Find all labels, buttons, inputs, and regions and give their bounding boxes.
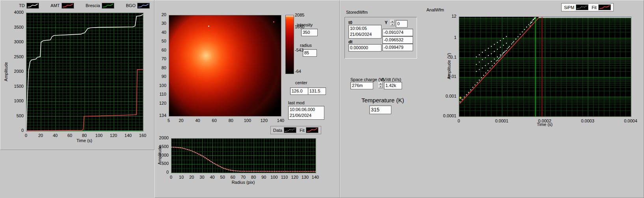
intensity-value[interactable]: 350: [301, 29, 318, 36]
analwfm-y-axis-label: Amplitude (V): [447, 53, 451, 80]
radial-chart-x-axis-label: Radius (pix): [232, 180, 255, 185]
dvdt-value[interactable]: 1.42k: [384, 82, 402, 89]
hot-pixel: [273, 21, 274, 22]
space-charge-label: Space charge (V): [350, 77, 384, 82]
t0-label: t0: [348, 20, 352, 25]
center-y-value[interactable]: 131.5: [308, 87, 326, 95]
legend-label: Data: [273, 128, 282, 133]
dvdt-label: dV/dt (V/s): [381, 77, 401, 82]
radius-label: radius: [300, 43, 312, 48]
y-array-value-1[interactable]: -0.096532: [382, 36, 413, 44]
td-chart-legend: TDAMTBresciaBGO: [19, 2, 150, 9]
lastmod-label: last mod: [288, 100, 305, 105]
legend-item-fit[interactable]: Fit: [592, 4, 610, 10]
legend-label: Brescia: [86, 3, 100, 8]
storedwfm-label: StoredWfm: [346, 10, 368, 15]
spin-up-icon[interactable]: ▲: [390, 20, 395, 23]
dt-value[interactable]: 0.000000: [348, 44, 382, 52]
radius-value[interactable]: 85: [303, 49, 317, 57]
analwfm-legend: SiPMFit: [561, 3, 614, 11]
legend-item-data[interactable]: Data: [273, 127, 296, 133]
t0-value[interactable]: 10:06:05 21/06/2024: [348, 25, 382, 39]
y-index-value[interactable]: 0: [396, 20, 408, 28]
color-ramp[interactable]: [285, 15, 294, 74]
legend-label: AMT: [50, 3, 60, 8]
radial-chart-legend: DataFit: [270, 126, 321, 134]
y-array-value-2[interactable]: -0.099479: [382, 44, 413, 51]
intensity-graph[interactable]: [169, 15, 281, 117]
legend-item-brescia[interactable]: Brescia: [86, 3, 114, 9]
legend-line-sample-icon: [598, 4, 611, 10]
legend-line-sample-icon: [26, 3, 39, 9]
legend-label: Fit: [300, 128, 304, 133]
radial-chart-y-axis-label: Amplitude: [157, 146, 162, 165]
legend-label: Fit: [592, 5, 596, 10]
y-array-label: Y: [385, 20, 387, 25]
center-label: center: [295, 80, 307, 85]
temperature-value[interactable]: 315: [369, 105, 391, 114]
td-chart-x-axis-label: Time (s): [76, 138, 92, 143]
td-chart-y-axis-label: Amplitude: [4, 62, 8, 81]
legend-line-sample-icon: [306, 127, 318, 133]
legend-item-sipm[interactable]: SiPM: [564, 4, 588, 10]
spin-up-icon[interactable]: ▲: [378, 82, 383, 85]
dvdt-spinner[interactable]: ▲ ▼: [378, 82, 383, 88]
legend-item-td[interactable]: TD: [19, 3, 39, 9]
dt-label: dt: [348, 39, 352, 44]
y-array-value-0[interactable]: -0.091074: [382, 29, 413, 36]
analwfm-x-axis-label: Time (s): [537, 122, 553, 127]
legend-line-sample-icon: [137, 3, 150, 9]
legend-line-sample-icon: [102, 3, 114, 9]
legend-label: BGO: [126, 3, 136, 8]
legend-item-bgo[interactable]: BGO: [126, 3, 150, 9]
legend-label: SiPM: [564, 5, 574, 10]
legend-line-sample-icon: [284, 127, 296, 133]
td-waveform-chart[interactable]: [26, 13, 143, 131]
legend-item-fit[interactable]: Fit: [300, 127, 318, 133]
legend-line-sample-icon: [576, 4, 588, 10]
center-x-value[interactable]: 126.0: [290, 87, 308, 95]
legend-item-amt[interactable]: AMT: [50, 3, 74, 9]
spin-down-icon[interactable]: ▼: [378, 85, 383, 88]
y-index-spinner[interactable]: ▲ ▼: [390, 20, 395, 26]
hot-pixel: [208, 26, 209, 27]
spin-down-icon[interactable]: ▼: [390, 23, 395, 26]
legend-line-sample-icon: [61, 3, 74, 9]
legend-label: TD: [19, 3, 25, 8]
intensity-label: intensity: [297, 22, 313, 27]
temperature-label: Temperature (K): [361, 97, 404, 104]
space-charge-value[interactable]: 276m: [350, 82, 373, 89]
lastmod-value[interactable]: 10:06:06.000 21/06/2024: [288, 106, 324, 120]
radial-profile-chart[interactable]: [171, 138, 316, 173]
analwfm-label: AnalWfm: [426, 7, 444, 12]
analwfm-graph[interactable]: [459, 17, 631, 117]
